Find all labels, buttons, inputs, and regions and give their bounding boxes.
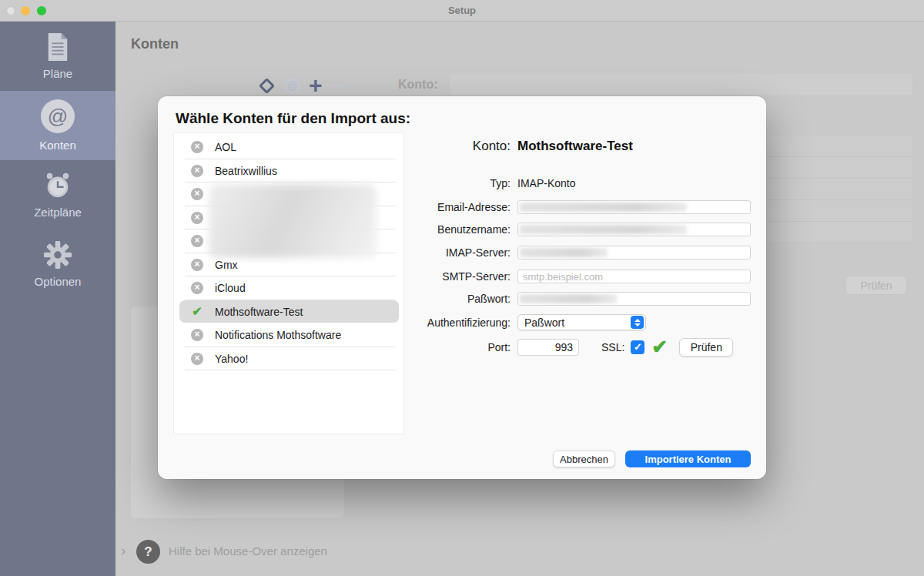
sidebar-item-konten[interactable]: @ Konten	[0, 91, 116, 160]
redaction-blur	[209, 184, 377, 258]
account-name: Beatrixwillius	[215, 165, 277, 177]
background-form-fields	[766, 136, 912, 243]
exclude-x-icon[interactable]: ×	[191, 259, 203, 271]
account-row[interactable]: × iCloud	[174, 276, 403, 300]
detail-header: Konto: Mothsoftware-Test	[401, 139, 751, 154]
port-row: Port: 993 SSL: ✓ ✔ Prüfen	[401, 337, 751, 357]
account-name: iCloud	[215, 282, 246, 294]
ssl-label: SSL:	[601, 341, 624, 353]
sidebar-item-optionen[interactable]: Optionen	[0, 229, 116, 299]
email-label: Email-Adresse:	[401, 201, 511, 213]
benutzername-field[interactable]	[517, 223, 751, 236]
background-pruefen-button-disabled: Prüfen	[845, 276, 907, 295]
sidebar-item-zeitplaene[interactable]: Zeitpläne	[0, 160, 116, 229]
background-toolbar: @ + −	[258, 74, 344, 97]
exclude-x-icon[interactable]: ×	[191, 188, 203, 200]
plans-diamond-icon	[259, 77, 275, 93]
cancel-button[interactable]: Abbrechen	[553, 450, 615, 467]
help-chevron-icon: ›	[121, 542, 126, 559]
page-title: Konten	[131, 36, 179, 52]
sidebar-item-label: Optionen	[35, 275, 82, 288]
remove-account-icon: −	[331, 77, 345, 94]
ssl-checkbox[interactable]: ✓	[631, 340, 644, 354]
account-row[interactable]: × AOL	[174, 136, 403, 159]
typ-value: IMAP-Konto	[517, 177, 751, 189]
popup-stepper-icon	[631, 316, 644, 329]
smtp-row: SMTP-Server:	[401, 270, 751, 283]
passwort-label: Paßwort:	[401, 293, 511, 305]
email-row: Email-Adresse:	[401, 200, 751, 214]
account-row[interactable]: × Yahoo!	[174, 347, 403, 371]
email-field[interactable]	[517, 200, 751, 214]
typ-label: Typ:	[401, 177, 511, 189]
benutzername-row: Benutzername:	[401, 223, 751, 236]
sidebar-item-label: Pläne	[43, 67, 72, 80]
sidebar-item-label: Zeitpläne	[34, 206, 82, 219]
sidebar-item-label: Konten	[39, 139, 76, 152]
import-accounts-dialog: Wähle Konten für den Import aus: × AOL ×…	[158, 96, 766, 479]
smtp-label: SMTP-Server:	[401, 270, 511, 283]
window-title: Setup	[0, 0, 924, 22]
account-row[interactable]: × Notifications Mothsoftware	[174, 323, 403, 347]
background-konto-label: Konto:	[398, 78, 438, 92]
benutzername-label: Benutzername:	[401, 223, 511, 236]
passwort-row: Paßwort:	[401, 292, 751, 306]
account-name: AOL	[215, 141, 236, 153]
auth-selected-value: Paßwort	[518, 316, 631, 329]
account-name: Gmx	[215, 259, 238, 271]
exclude-x-icon[interactable]: ×	[191, 353, 203, 365]
account-row-selected[interactable]: ✔ Mothsoftware-Test	[174, 300, 403, 324]
auth-row: Authentifizierung: Paßwort	[401, 314, 751, 330]
redaction-blur	[520, 248, 608, 257]
add-account-icon: +	[309, 77, 323, 94]
gear-icon	[43, 240, 72, 270]
exclude-x-icon[interactable]: ×	[191, 141, 203, 153]
account-name: Yahoo!	[215, 353, 248, 365]
account-name: Notifications Mothsoftware	[215, 329, 341, 341]
exclude-x-icon[interactable]: ×	[191, 165, 203, 177]
dialog-title: Wähle Konten für den Import aus:	[176, 110, 410, 127]
exclude-x-icon[interactable]: ×	[191, 282, 203, 294]
include-check-icon[interactable]: ✔	[191, 304, 203, 319]
imap-row: IMAP-Server:	[401, 246, 751, 260]
auth-select[interactable]: Paßwort	[517, 314, 646, 330]
titlebar: Setup	[0, 0, 924, 22]
imap-server-field[interactable]	[517, 246, 751, 260]
konto-label: Konto:	[401, 139, 511, 154]
redaction-blur	[520, 225, 687, 234]
redaction-blur	[520, 294, 617, 303]
imap-label: IMAP-Server:	[401, 246, 511, 259]
port-label: Port:	[401, 341, 511, 353]
exclude-x-icon[interactable]: ×	[191, 329, 203, 341]
account-row[interactable]: × Beatrixwillius	[174, 159, 403, 183]
help-text: Hilfe bei Mouse-Over anzeigen	[169, 544, 327, 558]
port-field[interactable]: 993	[517, 339, 579, 356]
help-question-icon[interactable]: ?	[136, 540, 160, 564]
typ-row: Typ: IMAP-Konto	[401, 177, 751, 189]
background-konto-field	[450, 74, 912, 95]
exclude-x-icon[interactable]: ×	[191, 235, 203, 247]
pruefen-button[interactable]: Prüfen	[679, 338, 733, 357]
redaction-blur	[520, 203, 687, 212]
import-accounts-button[interactable]: Importiere Konten	[625, 450, 751, 467]
sidebar-item-plaene[interactable]: Pläne	[0, 22, 116, 91]
at-icon: @	[41, 99, 75, 133]
smtp-server-field[interactable]	[517, 270, 751, 283]
exclude-x-icon[interactable]: ×	[191, 212, 203, 224]
verified-check-icon: ✔	[651, 337, 668, 357]
passwort-field[interactable]	[517, 292, 751, 306]
account-name: Mothsoftware-Test	[215, 306, 303, 318]
document-icon	[45, 32, 70, 62]
konto-value: Mothsoftware-Test	[517, 139, 751, 154]
auth-label: Authentifizierung:	[401, 316, 511, 329]
sidebar: Pläne @ Konten Zeitpläne Optionen	[0, 22, 116, 576]
account-list: × AOL × Beatrixwillius × × × × Gmx × iCl…	[173, 132, 404, 434]
account-at-icon-disabled: @	[284, 78, 300, 94]
clock-icon	[43, 171, 72, 200]
